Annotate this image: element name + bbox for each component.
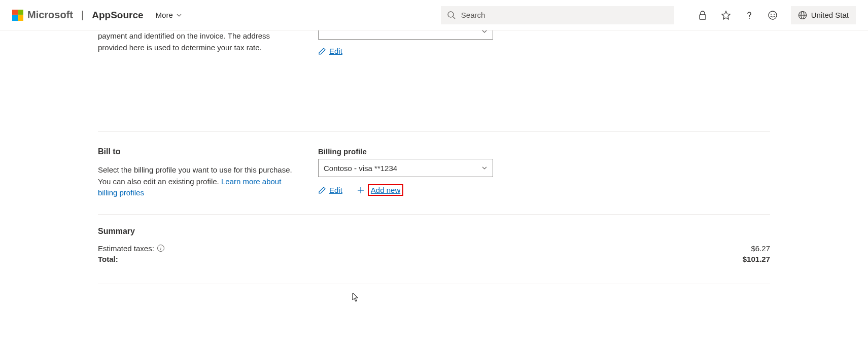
bill-to-section: Bill to Select the billing profile you w… [98,132,770,215]
top-header: Microsoft | AppSource More United Stat [0,0,868,30]
total-value: $101.27 [743,255,770,263]
info-icon[interactable]: i [157,245,164,252]
sold-to-section: payment and identified on the invoice. T… [98,30,770,132]
bill-to-title: Bill to [98,147,298,156]
add-new-label: Add new [371,186,400,194]
header-icons [698,10,778,20]
add-new-highlight: Add new [368,184,403,196]
svg-point-3 [749,18,750,19]
plus-icon [357,186,365,194]
total-label: Total: [98,255,118,263]
feedback-icon[interactable] [768,10,778,20]
edit-label: Edit [329,47,342,55]
microsoft-logo-icon [12,10,23,21]
estimated-taxes-row: Estimated taxes: i $6.27 [98,244,770,253]
summary-title: Summary [98,227,770,236]
microsoft-brand-text: Microsoft [27,9,73,21]
estimated-taxes-label: Estimated taxes: [98,244,154,253]
sold-to-dropdown[interactable] [318,30,493,40]
region-button[interactable]: United Stat [791,6,856,24]
svg-point-4 [769,11,777,19]
star-icon[interactable] [721,10,731,20]
estimated-taxes-value: $6.27 [751,244,770,253]
billing-profile-dropdown[interactable]: Contoso - visa **1234 [318,159,493,177]
chevron-down-icon [481,165,488,171]
sold-to-description: payment and identified on the invoice. T… [98,30,298,53]
svg-point-5 [771,14,772,15]
header-divider: | [81,9,84,21]
edit-label: Edit [329,186,342,194]
lock-icon[interactable] [698,10,708,20]
chevron-down-icon [481,28,488,35]
appsource-title[interactable]: AppSource [92,10,143,21]
search-input[interactable] [461,11,668,19]
pencil-icon [318,186,326,194]
svg-point-0 [448,12,454,17]
billing-edit-link[interactable]: Edit [318,186,342,194]
sold-to-edit-link[interactable]: Edit [318,47,342,55]
billing-add-new-link[interactable]: Add new [357,184,403,196]
summary-section: Summary Estimated taxes: i $6.27 Total: … [98,215,770,284]
more-label: More [156,11,173,19]
billing-profile-selected: Contoso - visa **1234 [324,164,397,173]
chevron-down-icon [176,12,182,18]
bill-to-description: Select the billing profile you want to u… [98,164,298,199]
more-button[interactable]: More [156,11,182,19]
billing-profile-label: Billing profile [318,147,770,156]
search-box[interactable] [441,6,674,24]
help-icon[interactable] [744,10,754,20]
total-row: Total: $101.27 [98,255,770,263]
search-icon [447,11,456,20]
region-label: United Stat [811,11,849,19]
main-content: payment and identified on the invoice. T… [88,30,780,284]
svg-line-1 [453,17,455,19]
microsoft-logo[interactable]: Microsoft [12,9,73,21]
svg-point-6 [774,14,775,15]
globe-icon [798,11,807,20]
pencil-icon [318,47,326,55]
svg-rect-2 [700,15,706,19]
